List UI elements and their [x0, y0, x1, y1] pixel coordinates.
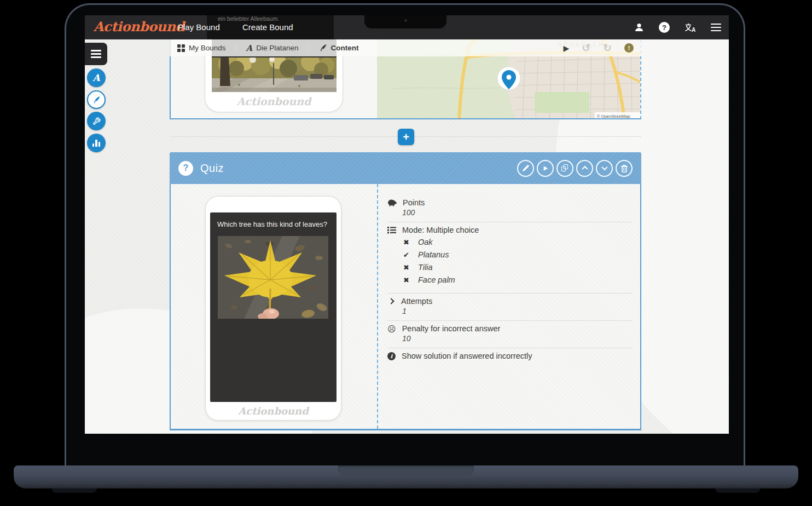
warning-indicator[interactable]: ! [624, 43, 634, 53]
trash-icon [620, 164, 628, 173]
sidebar-menu-button[interactable] [85, 43, 107, 65]
quiz-card-title: Quiz [200, 162, 224, 175]
svg-text:A: A [692, 27, 695, 32]
quiz-settings-pane: Points 100 Mode: Multip [377, 184, 640, 429]
phone-preview-screen: Which tree has this kind of leaves? [210, 212, 337, 402]
answer-option: ✖ Tilia [403, 263, 633, 272]
chevron-up-icon [582, 166, 588, 172]
answer-option: ✔ Platanus [403, 250, 633, 259]
answer-option: ✖ Face palm [403, 275, 633, 284]
cross-icon: ✖ [403, 263, 411, 272]
setting-attempts: Attempts 1 [387, 294, 633, 321]
sidebar-results-button[interactable] [87, 134, 106, 152]
browser-viewport: Actionbound [85, 15, 729, 434]
cross-icon: ✖ [403, 238, 411, 246]
delete-button[interactable] [616, 160, 633, 177]
undo-button[interactable]: ↺ [582, 43, 590, 53]
duplicate-button[interactable] [556, 160, 573, 177]
sidebar-content-button[interactable] [87, 90, 106, 109]
phone-preview-frame: Which tree has this kind of leaves? [205, 196, 341, 421]
editor-toolbar: ▶ ↺ ↻ ! [563, 43, 634, 53]
test-play-button[interactable]: ▶ [563, 44, 569, 53]
grid-icon [177, 44, 185, 52]
add-element-button[interactable]: + [398, 129, 414, 145]
sidebar-bound-button[interactable]: A [87, 68, 106, 87]
actionbound-a-icon: A [92, 72, 100, 83]
quiz-card-header: ? Quiz [170, 152, 641, 184]
move-up-button[interactable] [576, 160, 593, 177]
map-attribution: © OpenStreetMap [597, 114, 630, 119]
copy-icon [561, 164, 569, 172]
setting-show-solution: i Show solution if answered incorrectly [387, 348, 633, 365]
stage: Actionbound [0, 0, 812, 506]
cross-icon: ✖ [403, 276, 411, 284]
breadcrumb-label: My Bounds [189, 44, 226, 52]
quiz-card-body: Which tree has this kind of leaves? [170, 184, 641, 430]
laptop-foot [715, 488, 760, 493]
navbar-icons: ? A [634, 15, 721, 39]
map-pin[interactable] [497, 67, 520, 90]
setting-value: 10 [402, 334, 633, 343]
sad-face-icon: ☹ [387, 325, 396, 333]
answer-option: ✖ Oak [403, 238, 633, 246]
setting-value: 1 [402, 307, 633, 315]
setting-label: Show solution if answered incorrectly [402, 352, 532, 360]
breadcrumb-content[interactable]: Content [319, 44, 359, 52]
quiz-element-card: ? Quiz [170, 152, 641, 430]
breadcrumb-label: Content [331, 44, 359, 52]
phone-watermark: Actionbound [206, 405, 341, 417]
edit-button[interactable] [517, 160, 534, 177]
translate-icon[interactable]: A [685, 23, 696, 32]
quiz-preview-pane: Which tree has this kind of leaves? [171, 184, 377, 429]
play-icon [542, 165, 549, 172]
sidebar-settings-button[interactable] [87, 112, 106, 130]
move-down-button[interactable] [596, 160, 613, 177]
feather-icon [319, 44, 327, 52]
breadcrumb: My Bounds A Die Platanen Content ▶ ↺ ↻ ! [170, 39, 641, 56]
setting-label: Points [403, 198, 425, 207]
setting-points: Points 100 [387, 195, 633, 222]
setting-value: 100 [402, 208, 633, 217]
nav-create-bound[interactable]: Create Bound [236, 15, 300, 39]
pencil-icon [522, 164, 530, 172]
quiz-type-icon: ? [178, 161, 193, 176]
redo-button[interactable]: ↻ [603, 43, 612, 53]
chevron-down-icon [601, 164, 607, 170]
help-icon[interactable]: ? [659, 22, 670, 33]
answer-text: Platanus [418, 250, 449, 259]
breadcrumb-my-bounds[interactable]: My Bounds [177, 44, 226, 52]
nav-play-bound[interactable]: Play Bound [171, 15, 227, 39]
chevron-separator-icon [304, 44, 311, 51]
bar-chart-icon [92, 140, 101, 147]
setting-mode: Mode: Multiple choice ✖ Oak ✔ Platanus [387, 222, 633, 294]
feather-icon [92, 96, 101, 104]
quiz-card-actions [517, 160, 633, 177]
chevron-separator-icon [231, 44, 239, 51]
leaf-photo [218, 236, 328, 319]
setting-label: Attempts [401, 297, 432, 306]
answer-text: Tilia [418, 263, 432, 272]
actionbound-logo[interactable]: Actionbound [94, 19, 184, 34]
setting-label: Penalty for incorrect answer [402, 324, 501, 333]
camera-dot [404, 19, 407, 22]
setting-label: Mode: Multiple choice [402, 226, 479, 234]
setting-penalty: ☹ Penalty for incorrect answer 10 [387, 321, 633, 348]
preview-play-button[interactable] [537, 160, 554, 177]
check-icon: ✔ [403, 251, 411, 259]
list-icon [387, 226, 396, 234]
laptop-foot [52, 488, 97, 493]
answer-text: Face palm [418, 275, 455, 284]
breadcrumb-bound[interactable]: A Die Platanen [246, 43, 299, 53]
chevron-right-icon [388, 298, 394, 304]
menu-icon[interactable] [711, 24, 721, 32]
actionbound-a-icon: A [246, 43, 253, 53]
quiz-question-text: Which tree has this kind of leaves? [210, 212, 337, 229]
breadcrumb-label: Die Platanen [256, 44, 298, 52]
street-photo [212, 58, 337, 92]
laptop-base-notch [338, 465, 474, 476]
phone-watermark: Actionbound [205, 95, 343, 107]
answer-options: ✖ Oak ✔ Platanus ✖ Tilia [387, 238, 633, 284]
answer-text: Oak [418, 238, 433, 246]
user-icon[interactable] [634, 22, 644, 32]
info-icon: i [387, 352, 396, 360]
